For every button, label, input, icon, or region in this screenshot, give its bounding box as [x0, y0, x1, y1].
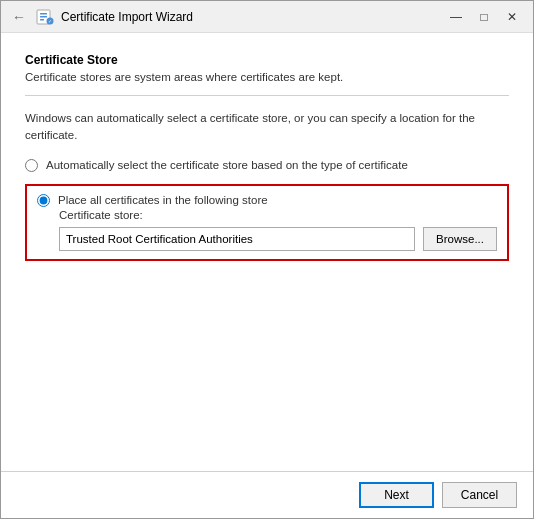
auto-description: Windows can automatically select a certi…	[25, 110, 509, 145]
browse-button[interactable]: Browse...	[423, 227, 497, 251]
footer: Next Cancel	[1, 471, 533, 518]
cert-store-input[interactable]	[59, 227, 415, 251]
svg-rect-2	[40, 16, 47, 18]
maximize-button[interactable]: □	[471, 7, 497, 27]
close-button[interactable]: ✕	[499, 7, 525, 27]
spacer	[25, 261, 509, 456]
svg-rect-1	[40, 13, 47, 15]
cert-store-label: Certificate store:	[59, 209, 497, 221]
radio-manual-row: Place all certificates in the following …	[37, 194, 497, 207]
section-title: Certificate Store	[25, 53, 509, 67]
radio-auto-label[interactable]: Automatically select the certificate sto…	[46, 159, 408, 171]
cancel-button[interactable]: Cancel	[442, 482, 517, 508]
cert-store-row: Browse...	[59, 227, 497, 251]
minimize-button[interactable]: —	[443, 7, 469, 27]
next-button[interactable]: Next	[359, 482, 434, 508]
window-controls: — □ ✕	[443, 7, 525, 27]
svg-rect-3	[40, 19, 44, 21]
wizard-content: Certificate Store Certificate stores are…	[1, 33, 533, 471]
radio-auto[interactable]	[25, 159, 38, 172]
manual-store-box: Place all certificates in the following …	[25, 184, 509, 261]
certificate-import-wizard-window: ← ✓ Certificate Import Wizard — □ ✕ Cert…	[0, 0, 534, 519]
wizard-icon: ✓	[35, 7, 55, 27]
radio-manual[interactable]	[37, 194, 50, 207]
back-button[interactable]: ←	[9, 7, 29, 27]
section-description: Certificate stores are system areas wher…	[25, 71, 509, 83]
radio-auto-row: Automatically select the certificate sto…	[25, 159, 509, 172]
divider	[25, 95, 509, 96]
window-title: Certificate Import Wizard	[61, 10, 443, 24]
titlebar: ← ✓ Certificate Import Wizard — □ ✕	[1, 1, 533, 33]
svg-text:✓: ✓	[48, 18, 52, 24]
radio-manual-label[interactable]: Place all certificates in the following …	[58, 194, 268, 206]
